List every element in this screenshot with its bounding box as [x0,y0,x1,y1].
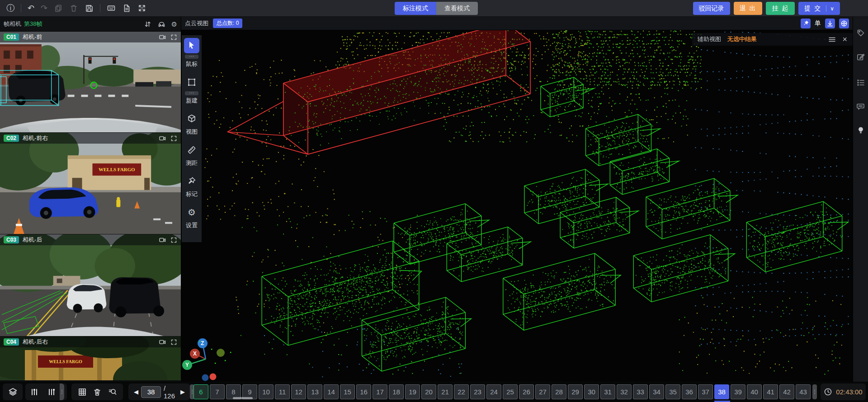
trash-icon[interactable] [93,388,102,397]
frame-11-button[interactable]: 11 [275,384,290,399]
frame-33-button[interactable]: 33 [633,384,648,399]
document-icon[interactable] [122,4,131,13]
tool-view[interactable]: 视图 [184,111,199,136]
sort-icon[interactable] [144,20,151,28]
info-icon[interactable]: ⓘ [6,4,14,12]
drag-handle[interactable]: ⋮ [60,383,64,400]
frame-41-button[interactable]: 41 [763,384,778,399]
frame-7-button[interactable]: 7 [210,384,225,399]
frame-16-button[interactable]: 16 [356,384,371,399]
trash-icon[interactable] [69,4,78,13]
frame-38-button[interactable]: 38 [714,384,729,399]
frame-18-button[interactable]: 18 [389,384,404,399]
keyboard-shortcuts-icon[interactable] [107,4,116,13]
expand-icon[interactable] [170,34,177,41]
frame-22-button[interactable]: 22 [454,384,469,399]
frame-40-button[interactable]: 40 [747,384,762,399]
camera-settings-gear-icon[interactable]: ⚙ [171,21,177,28]
pin-button[interactable] [801,19,811,28]
frame-19-button[interactable]: 19 [405,384,420,399]
hamburger-menu-icon[interactable] [828,36,836,43]
video-icon[interactable] [159,135,166,142]
tab-view-mode[interactable]: 查看模式 [436,2,478,15]
video-icon[interactable] [159,338,166,346]
frame-6-button[interactable]: 6 [193,384,208,399]
fullscreen-icon[interactable] [137,4,146,13]
expand-icon[interactable] [170,237,177,243]
save-icon[interactable] [85,4,94,13]
frame-24-button[interactable]: 24 [486,384,501,399]
frame-25-button[interactable]: 25 [503,384,518,399]
pointcloud-canvas[interactable] [181,17,853,382]
redo-icon[interactable]: ↷ [41,4,47,12]
frame-20-button[interactable]: 20 [421,384,436,399]
tool-mouse[interactable]: ⋯鼠标 [184,38,199,68]
chevron-down-icon[interactable]: ∨ [826,5,834,12]
frame-31-button[interactable]: 31 [600,384,615,399]
drag-handle[interactable]: ⋮ [812,384,817,399]
vehicle-icon[interactable] [157,20,165,28]
camera-panel-c04[interactable]: WELLS FARGO C04 相机-后右 [0,337,181,380]
copy-icon[interactable] [54,4,63,13]
tool-mark[interactable]: 标记 [184,173,199,198]
camera-c01-image[interactable] [0,32,181,132]
layers-icon[interactable] [8,387,18,397]
reject-record-button[interactable]: 驳回记录 [693,2,730,15]
tool-measure[interactable]: 测距 [184,142,199,167]
grid-icon[interactable] [78,388,87,397]
cursor-icon[interactable] [184,38,199,53]
search-filter-icon[interactable] [108,388,117,397]
frame-34-button[interactable]: 34 [649,384,664,399]
frame-30-button[interactable]: 30 [584,384,599,399]
camera-c02-image[interactable]: WELLS FARGO [0,133,181,234]
tab-annotate-mode[interactable]: 标注模式 [395,2,436,15]
more-options[interactable]: ⋯ [185,55,198,59]
frame-35-button[interactable]: 35 [665,384,680,399]
frame-17-button[interactable]: 17 [373,384,387,399]
lightbulb-icon[interactable] [856,126,865,135]
cube-icon[interactable] [184,111,199,126]
camera-panel-c01[interactable]: C01 相机-前 [0,32,181,133]
frame-10-button[interactable]: 10 [259,384,274,399]
frame-23-button[interactable]: 23 [470,384,485,399]
frame-12-button[interactable]: 12 [291,384,306,399]
frame-29-button[interactable]: 29 [568,384,583,399]
frame-43-button[interactable]: 43 [796,384,811,399]
frame-26-button[interactable]: 26 [519,384,534,399]
tag-icon[interactable] [856,28,865,37]
submit-button[interactable]: 提 交 ∨ [798,2,840,15]
close-icon[interactable]: × [842,35,847,44]
list-icon[interactable] [856,78,865,87]
frame-27-button[interactable]: 27 [535,384,550,399]
ruler-icon[interactable] [184,142,199,158]
camera-panel-c02[interactable]: WELLS FARGO C02 相机-前右 [0,133,181,234]
frame-37-button[interactable]: 37 [698,384,713,399]
tool-settings[interactable]: ⚙设置 [184,205,199,229]
expand-icon[interactable] [170,339,177,346]
more-options[interactable]: ⋯ [185,91,198,95]
expand-icon[interactable] [170,135,177,142]
pin-icon[interactable] [184,173,199,189]
frame-42-button[interactable]: 42 [779,384,794,399]
camera-panel-c03[interactable]: C03 相机-后 [0,234,181,337]
suspend-button[interactable]: 挂 起 [766,2,795,15]
undo-icon[interactable]: ↶ [28,4,34,12]
steering-wheel-button[interactable] [839,19,849,28]
frame-28-button[interactable]: 28 [552,384,566,399]
edit-icon[interactable] [856,52,865,61]
frame-13-button[interactable]: 13 [307,384,322,399]
anchor-ground-button[interactable] [825,19,835,28]
frame-36-button[interactable]: 36 [682,384,697,399]
exit-button[interactable]: 退 出 [734,2,763,15]
frame-number-input[interactable] [141,386,161,398]
camera-c03-image[interactable] [0,234,181,336]
frame-32-button[interactable]: 32 [617,384,632,399]
video-icon[interactable] [159,236,166,243]
tool-create[interactable]: ⋯新建 [184,75,199,105]
panel-layout-button[interactable] [25,388,43,397]
prev-frame-icon[interactable]: ◀ [131,388,141,395]
chat-icon[interactable] [856,102,865,111]
video-icon[interactable] [159,33,166,41]
frame-39-button[interactable]: 39 [731,384,745,399]
frame-14-button[interactable]: 14 [324,384,339,399]
